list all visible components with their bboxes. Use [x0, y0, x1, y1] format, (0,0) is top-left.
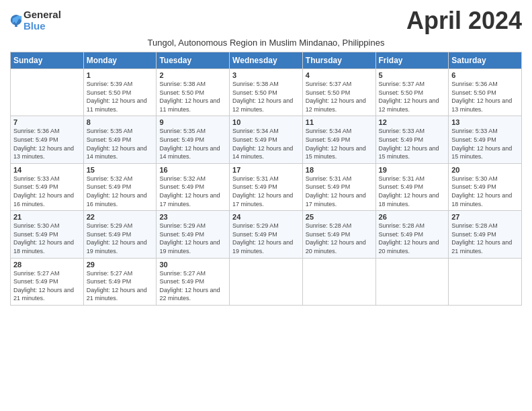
calendar-cell: 27Sunrise: 5:28 AMSunset: 5:49 PMDayligh… [449, 211, 522, 258]
calendar-cell [230, 258, 303, 305]
day-info: Sunrise: 5:30 AMSunset: 5:49 PMDaylight:… [451, 175, 519, 208]
day-number: 28 [13, 261, 81, 269]
calendar-cell: 8Sunrise: 5:35 AMSunset: 5:49 PMDaylight… [83, 116, 157, 163]
day-number: 7 [13, 118, 81, 126]
day-number: 30 [159, 261, 226, 269]
day-number: 2 [159, 71, 226, 79]
day-number: 14 [13, 166, 81, 174]
day-info: Sunrise: 5:34 AMSunset: 5:49 PMDaylight:… [306, 127, 373, 161]
calendar-table: SundayMondayTuesdayWednesdayThursdayFrid… [10, 52, 522, 306]
calendar-cell: 28Sunrise: 5:27 AMSunset: 5:49 PMDayligh… [11, 258, 84, 305]
day-number: 11 [306, 118, 373, 126]
day-number: 9 [159, 118, 226, 126]
calendar-cell: 13Sunrise: 5:33 AMSunset: 5:49 PMDayligh… [449, 116, 522, 163]
day-number: 27 [451, 213, 519, 221]
week-row-1: 1Sunrise: 5:39 AMSunset: 5:50 PMDaylight… [11, 69, 522, 116]
col-header-tuesday: Tuesday [157, 52, 230, 69]
day-info: Sunrise: 5:29 AMSunset: 5:49 PMDaylight:… [159, 222, 226, 255]
day-info: Sunrise: 5:27 AMSunset: 5:49 PMDaylight:… [13, 269, 81, 303]
day-info: Sunrise: 5:29 AMSunset: 5:49 PMDaylight:… [87, 222, 154, 255]
day-info: Sunrise: 5:32 AMSunset: 5:49 PMDaylight:… [159, 175, 226, 208]
month-title: April 2024 [406, 7, 522, 35]
day-number: 19 [379, 166, 446, 174]
day-info: Sunrise: 5:39 AMSunset: 5:50 PMDaylight:… [87, 80, 154, 113]
day-info: Sunrise: 5:32 AMSunset: 5:49 PMDaylight:… [87, 175, 154, 208]
day-info: Sunrise: 5:36 AMSunset: 5:49 PMDaylight:… [13, 127, 81, 161]
day-number: 17 [232, 166, 300, 174]
week-row-3: 14Sunrise: 5:33 AMSunset: 5:49 PMDayligh… [11, 163, 522, 210]
day-number: 5 [379, 71, 446, 79]
col-header-sunday: Sunday [11, 52, 84, 69]
logo: General Blue [10, 9, 61, 32]
day-number: 16 [159, 166, 226, 174]
day-info: Sunrise: 5:33 AMSunset: 5:49 PMDaylight:… [451, 127, 519, 161]
logo-icon [10, 13, 22, 28]
day-info: Sunrise: 5:37 AMSunset: 5:50 PMDaylight:… [306, 80, 373, 113]
day-info: Sunrise: 5:30 AMSunset: 5:49 PMDaylight:… [13, 222, 81, 255]
day-number: 25 [306, 213, 373, 221]
day-info: Sunrise: 5:28 AMSunset: 5:49 PMDaylight:… [451, 222, 519, 255]
day-number: 18 [306, 166, 373, 174]
calendar-cell: 30Sunrise: 5:27 AMSunset: 5:49 PMDayligh… [157, 258, 230, 305]
logo-blue-text: Blue [24, 21, 61, 32]
calendar-cell [449, 258, 522, 305]
calendar-cell: 24Sunrise: 5:29 AMSunset: 5:49 PMDayligh… [230, 211, 303, 258]
day-number: 29 [87, 261, 154, 269]
calendar-cell: 2Sunrise: 5:38 AMSunset: 5:50 PMDaylight… [157, 69, 230, 116]
col-header-friday: Friday [375, 52, 449, 69]
day-info: Sunrise: 5:34 AMSunset: 5:49 PMDaylight:… [232, 127, 300, 161]
col-header-thursday: Thursday [302, 52, 375, 69]
calendar-cell: 1Sunrise: 5:39 AMSunset: 5:50 PMDaylight… [83, 69, 157, 116]
day-info: Sunrise: 5:35 AMSunset: 5:49 PMDaylight:… [87, 127, 154, 161]
day-info: Sunrise: 5:37 AMSunset: 5:50 PMDaylight:… [379, 80, 446, 113]
day-info: Sunrise: 5:27 AMSunset: 5:49 PMDaylight:… [87, 269, 154, 303]
calendar-cell: 22Sunrise: 5:29 AMSunset: 5:49 PMDayligh… [83, 211, 157, 258]
calendar-cell: 7Sunrise: 5:36 AMSunset: 5:49 PMDaylight… [11, 116, 84, 163]
day-number: 21 [13, 213, 81, 221]
week-row-5: 28Sunrise: 5:27 AMSunset: 5:49 PMDayligh… [11, 258, 522, 305]
day-info: Sunrise: 5:38 AMSunset: 5:50 PMDaylight:… [232, 80, 300, 113]
calendar-cell: 5Sunrise: 5:37 AMSunset: 5:50 PMDaylight… [375, 69, 449, 116]
calendar-cell: 26Sunrise: 5:28 AMSunset: 5:49 PMDayligh… [375, 211, 449, 258]
calendar-cell: 20Sunrise: 5:30 AMSunset: 5:49 PMDayligh… [449, 163, 522, 210]
calendar-cell: 12Sunrise: 5:33 AMSunset: 5:49 PMDayligh… [375, 116, 449, 163]
day-number: 3 [232, 71, 300, 79]
logo-general: General [24, 9, 61, 21]
calendar-cell: 4Sunrise: 5:37 AMSunset: 5:50 PMDaylight… [302, 69, 375, 116]
day-number: 13 [451, 118, 519, 126]
day-number: 23 [159, 213, 226, 221]
col-header-monday: Monday [83, 52, 157, 69]
calendar-cell: 10Sunrise: 5:34 AMSunset: 5:49 PMDayligh… [230, 116, 303, 163]
day-info: Sunrise: 5:31 AMSunset: 5:49 PMDaylight:… [379, 175, 446, 208]
calendar-cell [375, 258, 449, 305]
page-header: General Blue April 2024 [10, 7, 522, 35]
day-info: Sunrise: 5:29 AMSunset: 5:49 PMDaylight:… [232, 222, 300, 255]
calendar-cell: 29Sunrise: 5:27 AMSunset: 5:49 PMDayligh… [83, 258, 157, 305]
day-number: 15 [87, 166, 154, 174]
calendar-cell: 17Sunrise: 5:31 AMSunset: 5:49 PMDayligh… [230, 163, 303, 210]
day-info: Sunrise: 5:28 AMSunset: 5:49 PMDaylight:… [306, 222, 373, 255]
calendar-cell [11, 69, 84, 116]
day-number: 8 [87, 118, 154, 126]
subtitle: Tungol, Autonomous Region in Muslim Mind… [10, 38, 522, 48]
day-info: Sunrise: 5:31 AMSunset: 5:49 PMDaylight:… [232, 175, 300, 208]
calendar-cell: 6Sunrise: 5:36 AMSunset: 5:50 PMDaylight… [449, 69, 522, 116]
day-info: Sunrise: 5:31 AMSunset: 5:49 PMDaylight:… [306, 175, 373, 208]
week-row-2: 7Sunrise: 5:36 AMSunset: 5:49 PMDaylight… [11, 116, 522, 163]
calendar-cell: 3Sunrise: 5:38 AMSunset: 5:50 PMDaylight… [230, 69, 303, 116]
calendar-cell: 14Sunrise: 5:33 AMSunset: 5:49 PMDayligh… [11, 163, 84, 210]
calendar-cell: 25Sunrise: 5:28 AMSunset: 5:49 PMDayligh… [302, 211, 375, 258]
day-number: 4 [306, 71, 373, 79]
day-info: Sunrise: 5:27 AMSunset: 5:49 PMDaylight:… [159, 269, 226, 303]
day-number: 24 [232, 213, 300, 221]
calendar-cell: 11Sunrise: 5:34 AMSunset: 5:49 PMDayligh… [302, 116, 375, 163]
day-number: 26 [379, 213, 446, 221]
calendar-cell: 19Sunrise: 5:31 AMSunset: 5:49 PMDayligh… [375, 163, 449, 210]
week-row-4: 21Sunrise: 5:30 AMSunset: 5:49 PMDayligh… [11, 211, 522, 258]
day-info: Sunrise: 5:36 AMSunset: 5:50 PMDaylight:… [451, 80, 519, 113]
calendar-header-row: SundayMondayTuesdayWednesdayThursdayFrid… [11, 52, 522, 69]
calendar-cell: 9Sunrise: 5:35 AMSunset: 5:49 PMDaylight… [157, 116, 230, 163]
day-info: Sunrise: 5:38 AMSunset: 5:50 PMDaylight:… [159, 80, 226, 113]
day-info: Sunrise: 5:33 AMSunset: 5:49 PMDaylight:… [13, 175, 81, 208]
day-info: Sunrise: 5:28 AMSunset: 5:49 PMDaylight:… [379, 222, 446, 255]
